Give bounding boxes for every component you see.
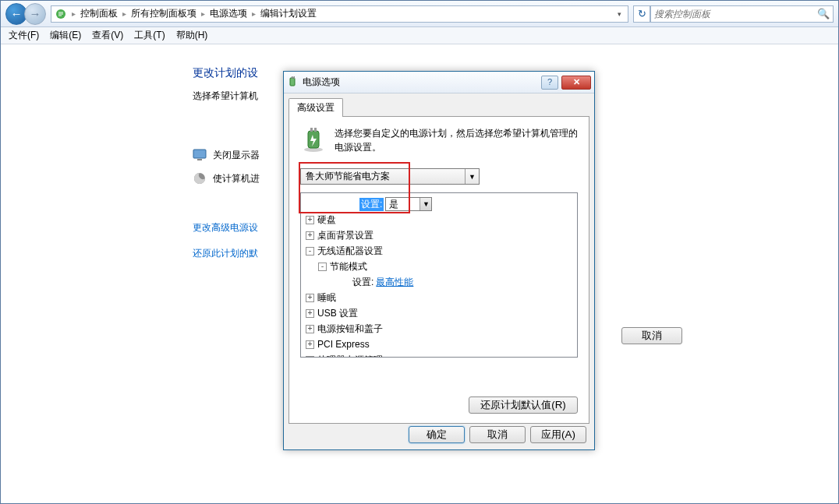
dialog-button-row: 确定 取消 应用(A) [409,426,586,443]
svg-rect-10 [314,128,317,132]
power-icon [287,76,299,89]
settings-tree-box: 设置: 是 ▼ + 硬盘 + 桌面背景设置 [300,192,578,358]
collapse-icon[interactable]: - [306,247,314,256]
apply-button[interactable]: 应用(A) [530,426,586,443]
menu-bar: 文件(F) 编辑(E) 查看(V) 工具(T) 帮助(H) [1,27,838,44]
tree-node-usb[interactable]: + USB 设置 [303,305,575,321]
breadcrumb-sep-icon: ▸ [122,9,126,18]
tree-node-sleep[interactable]: + 睡眠 [303,290,575,305]
tree-node-cpu[interactable]: + 处理器电源管理 [303,352,575,358]
monitor-icon [193,148,207,162]
expand-icon[interactable]: + [306,325,314,333]
menu-help[interactable]: 帮助(H) [176,29,208,42]
tree-label: 无线适配器设置 [317,245,383,258]
search-icon: 🔍 [817,8,830,19]
tree-label: 桌面背景设置 [317,229,373,242]
expand-icon[interactable]: + [306,216,314,224]
tree-node-wireless[interactable]: - 无线适配器设置 [303,243,575,259]
svg-rect-9 [310,128,313,132]
expand-icon[interactable]: + [306,356,314,358]
restore-defaults-button[interactable]: 还原计划默认值(R) [469,397,578,414]
explorer-navbar: ← → ▸ 控制面板 ▸ 所有控制面板项 ▸ 电源选项 ▸ 编辑计划设置 ▾ ↻… [1,1,838,27]
chevron-down-icon: ▼ [420,198,431,210]
setting-value-text: 是 [389,198,398,211]
tab-panel: 选择您要自定义的电源计划，然后选择您希望计算机管理的电源设置。 鲁大师节能省电方… [289,116,589,424]
cancel-button[interactable]: 取消 [469,426,526,443]
dialog-title: 电源选项 [303,76,541,89]
plan-dropdown-value: 鲁大师节能省电方案 [306,170,390,183]
tree-node-pci[interactable]: + PCI Express [303,337,575,352]
search-field[interactable] [654,9,817,19]
dialog-close-button[interactable]: ✕ [561,76,591,90]
expand-icon[interactable]: + [306,309,314,318]
tree-node-power-setting[interactable]: 设置: 最高性能 [303,274,575,290]
dialog-help-button[interactable]: ? [541,76,558,90]
option-label: 使计算机进 [213,172,260,185]
svg-rect-2 [197,159,202,160]
tree-label: 硬盘 [317,213,336,227]
breadcrumb-item[interactable]: 电源选项 [210,7,247,20]
tab-advanced-settings[interactable]: 高级设置 [289,98,343,117]
tree-node-bg[interactable]: + 桌面背景设置 [303,227,575,243]
expand-icon[interactable]: + [306,294,314,302]
breadcrumb-sep-icon: ▸ [252,9,256,18]
refresh-icon: ↻ [638,8,646,19]
dialog-intro-text: 选择您要自定义的电源计划，然后选择您希望计算机管理的电源设置。 [335,126,578,154]
breadcrumb[interactable]: ▸ 控制面板 ▸ 所有控制面板项 ▸ 电源选项 ▸ 编辑计划设置 ▾ [51,5,628,23]
tree-label: 睡眠 [317,291,336,305]
tree-node-hdd[interactable]: + 硬盘 [303,212,575,227]
svg-rect-4 [290,78,295,86]
menu-edit[interactable]: 编辑(E) [50,29,81,42]
tree-node-power-mode[interactable]: - 节能模式 [303,259,575,274]
breadcrumb-sep-icon: ▸ [72,9,76,18]
tree-setting-row[interactable]: 设置: 是 ▼ [303,196,575,212]
dialog-titlebar[interactable]: 电源选项 ? ✕ [284,72,594,93]
plan-dropdown[interactable]: 鲁大师节能省电方案 ▼ [300,168,480,185]
collapse-icon[interactable]: - [318,263,327,271]
breadcrumb-dropdown-icon[interactable]: ▾ [614,10,625,18]
tree-label: PCI Express [317,339,370,350]
settings-tree[interactable]: 设置: 是 ▼ + 硬盘 + 桌面背景设置 [301,193,577,358]
menu-tools[interactable]: 工具(T) [134,29,165,42]
tree-label: 电源按钮和盖子 [317,322,383,336]
tree-label: USB 设置 [317,307,358,320]
arrow-left-icon: ← [11,7,23,20]
tree-label: 节能模式 [330,260,367,273]
setting-label: 设置: [352,276,373,289]
expand-icon[interactable]: + [306,340,314,349]
page-cancel-button[interactable]: 取消 [621,327,682,344]
battery-icon [300,126,327,153]
tree-label: 处理器电源管理 [317,354,383,358]
breadcrumb-sep-icon: ▸ [201,9,205,18]
menu-view[interactable]: 查看(V) [92,29,123,42]
menu-file[interactable]: 文件(F) [9,29,39,42]
sleep-icon [193,171,207,185]
setting-value-link[interactable]: 最高性能 [376,276,413,289]
ok-button[interactable]: 确定 [409,426,465,443]
dialog-intro: 选择您要自定义的电源计划，然后选择您希望计算机管理的电源设置。 [300,126,578,154]
option-label: 关闭显示器 [213,149,260,162]
svg-rect-5 [292,76,293,79]
search-input[interactable]: 🔍 [650,5,834,23]
setting-value-combo[interactable]: 是 ▼ [385,197,432,211]
tree-node-power-button[interactable]: + 电源按钮和盖子 [303,321,575,337]
chevron-down-icon: ▼ [465,169,479,184]
expand-icon[interactable]: + [306,231,314,240]
setting-label-highlighted: 设置: [359,198,384,211]
dialog-body: 高级设置 选择您要自定义的电源计划，然后选择您希望计算机管理的电源设置。 鲁大师… [284,93,594,449]
breadcrumb-item[interactable]: 控制面板 [80,7,118,20]
breadcrumb-item[interactable]: 所有控制面板项 [131,7,196,20]
nav-forward-button[interactable]: → [24,3,46,25]
power-options-dialog: 电源选项 ? ✕ 高级设置 选择您要自定义的电源计划，然后选择您希望计算机管理的… [283,71,595,450]
refresh-button[interactable]: ↻ [633,5,650,23]
arrow-right-icon: → [30,7,41,20]
svg-rect-1 [193,150,206,158]
breadcrumb-item[interactable]: 编辑计划设置 [260,7,317,20]
svg-rect-6 [294,76,296,79]
control-panel-icon [55,8,67,20]
